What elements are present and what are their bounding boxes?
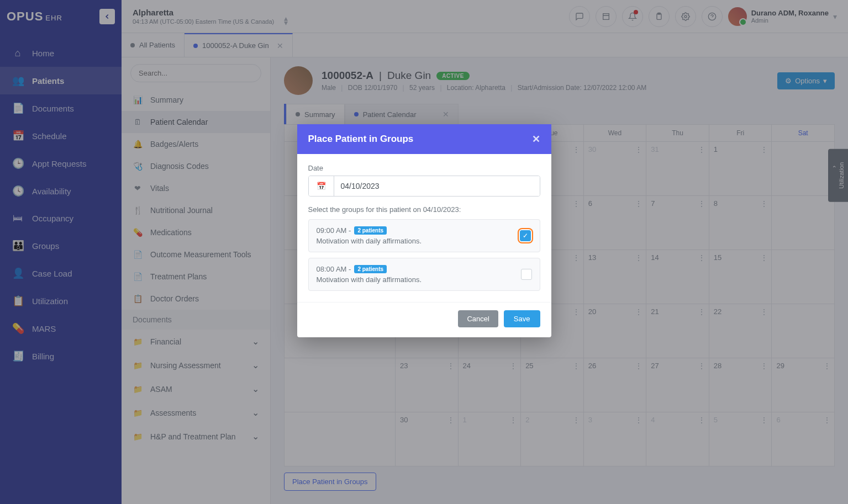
date-input[interactable] — [334, 176, 540, 196]
place-patient-modal: Place Patient in Groups ✕ Date 📅 Select … — [297, 124, 551, 337]
group-option[interactable]: 08:00 AM - 2 patients Motivation with da… — [308, 258, 540, 291]
patients-badge: 2 patients — [354, 226, 387, 235]
group-checkbox[interactable] — [521, 269, 532, 280]
modal-title: Place Patient in Groups — [308, 134, 414, 145]
group-option[interactable]: 09:00 AM - 2 patients Motivation with da… — [308, 219, 540, 252]
group-time: 09:00 AM - — [317, 226, 351, 235]
save-button[interactable]: Save — [504, 310, 540, 327]
modal-close-button[interactable]: ✕ — [532, 133, 540, 145]
modal-overlay: Place Patient in Groups ✕ Date 📅 Select … — [0, 0, 848, 504]
calendar-icon[interactable]: 📅 — [309, 176, 334, 196]
modal-footer: Cancel Save — [297, 302, 551, 337]
group-description: Motivation with daily affirmations. — [317, 275, 422, 284]
modal-body: Date 📅 Select the groups for this patien… — [297, 154, 551, 302]
date-label: Date — [308, 164, 540, 172]
checkbox-highlight: ✓ — [519, 229, 532, 242]
date-input-group: 📅 — [308, 176, 540, 197]
group-info: 09:00 AM - 2 patients Motivation with da… — [317, 226, 422, 245]
group-description: Motivation with daily affirmations. — [317, 237, 422, 245]
cancel-button[interactable]: Cancel — [458, 310, 498, 327]
select-groups-label: Select the groups for this patient on 04… — [308, 205, 540, 214]
patients-badge: 2 patients — [354, 265, 387, 273]
modal-header: Place Patient in Groups ✕ — [297, 124, 551, 154]
group-time: 08:00 AM - — [317, 265, 351, 273]
group-checkbox[interactable]: ✓ — [520, 230, 531, 241]
group-info: 08:00 AM - 2 patients Motivation with da… — [317, 265, 422, 284]
